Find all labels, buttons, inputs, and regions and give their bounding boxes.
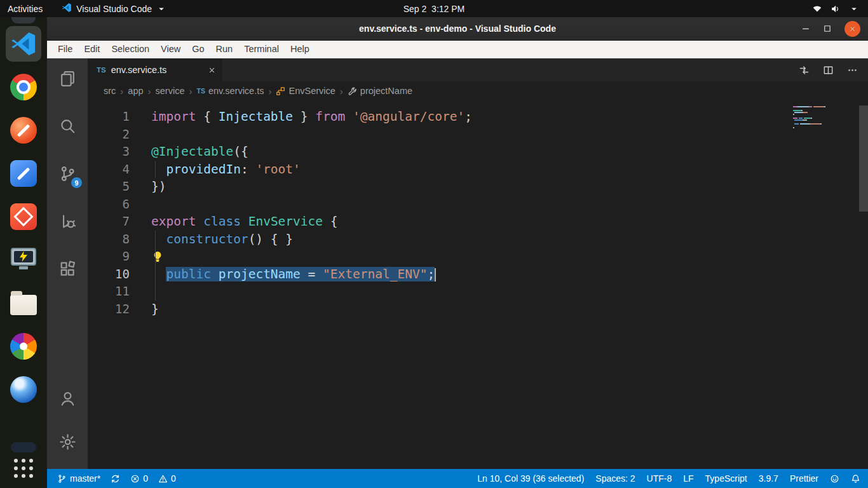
dock-item-orange-diamond[interactable] xyxy=(6,199,41,234)
system-top-bar: Activities Visual Studio Code Sep 2 3:12… xyxy=(0,0,868,17)
code-line-1[interactable]: 1import { Injectable } from '@angular/co… xyxy=(88,108,785,126)
show-applications-button[interactable] xyxy=(14,459,33,478)
orange-diamond-icon xyxy=(10,203,37,230)
menu-terminal[interactable]: Terminal xyxy=(238,41,285,58)
activity-source-control[interactable]: 9 xyxy=(52,158,83,189)
more-actions-icon[interactable] xyxy=(847,65,858,76)
status-bar: master*00 Ln 10, Col 39 (36 selected)Spa… xyxy=(47,469,868,488)
code-line-6[interactable]: 6 xyxy=(88,196,785,214)
caret-down-icon xyxy=(156,4,166,14)
editor-group: TS env.service.ts src›app›service›TSenv.… xyxy=(88,58,868,469)
pinwheel-icon xyxy=(10,333,37,360)
code-action-lightbulb[interactable] xyxy=(151,250,165,264)
files-icon xyxy=(10,291,37,315)
close-button[interactable] xyxy=(844,21,860,37)
menu-view[interactable]: View xyxy=(155,41,186,58)
code-line-4[interactable]: 4 providedIn: 'root' xyxy=(88,161,785,179)
menu-selection[interactable]: Selection xyxy=(105,41,155,58)
chrome-icon xyxy=(10,74,37,100)
breadcrumb-separator: › xyxy=(120,86,123,97)
clock[interactable]: Sep 2 3:12 PM xyxy=(403,4,465,14)
menu-file[interactable]: File xyxy=(52,41,78,58)
tab-env-service-ts[interactable]: TS env.service.ts xyxy=(88,58,222,81)
breadcrumb-projectname[interactable]: projectName xyxy=(348,86,412,96)
activity-extensions[interactable] xyxy=(52,253,83,285)
maximize-button[interactable] xyxy=(823,24,832,33)
activities-button[interactable]: Activities xyxy=(8,4,43,14)
menu-edit[interactable]: Edit xyxy=(78,41,105,58)
code-line-7[interactable]: 7export class EnvService { xyxy=(88,213,785,231)
indentation[interactable]: Spaces: 2 xyxy=(595,473,635,484)
window-title: env.service.ts - env-demo - Visual Studi… xyxy=(47,24,868,34)
dock-partial-app-bottom[interactable] xyxy=(11,442,36,452)
computer-icon xyxy=(9,245,38,274)
encoding[interactable]: UTF-8 xyxy=(647,473,672,484)
line-number: 12 xyxy=(88,301,130,318)
warnings-count[interactable]: 0 xyxy=(158,473,176,484)
breadcrumb-app[interactable]: app xyxy=(128,86,143,96)
code-line-11[interactable]: 11 xyxy=(88,283,785,301)
blue-globe-icon xyxy=(10,376,37,403)
minimize-button[interactable] xyxy=(801,24,810,33)
dock-partial-app[interactable] xyxy=(11,17,36,24)
blue-pencil-icon xyxy=(10,160,37,187)
code-line-10[interactable]: 10 public projectName = "External_ENV"; xyxy=(88,266,785,283)
code-line-8[interactable]: 8 constructor() { } xyxy=(88,231,785,248)
activity-explorer[interactable] xyxy=(52,62,83,94)
system-tray[interactable] xyxy=(812,4,868,14)
line-number: 11 xyxy=(88,283,130,301)
dock-item-chrome[interactable] xyxy=(6,69,41,105)
activity-search[interactable] xyxy=(52,110,83,142)
code-line-3[interactable]: 3@Injectable({ xyxy=(88,143,785,161)
menu-run[interactable]: Run xyxy=(210,41,239,58)
sync-changes-button[interactable] xyxy=(111,474,120,484)
cursor-position[interactable]: Ln 10, Col 39 (36 selected) xyxy=(477,473,584,484)
code-line-12[interactable]: 12} xyxy=(88,301,785,318)
open-changes-icon[interactable] xyxy=(799,65,810,76)
dock-item-blue-pencil[interactable] xyxy=(6,156,41,191)
code-line-5[interactable]: 5}) xyxy=(88,178,785,196)
breadcrumb-env-service-ts[interactable]: TSenv.service.ts xyxy=(196,86,264,96)
tab-label: env.service.ts xyxy=(111,65,167,75)
activity-account[interactable] xyxy=(52,383,83,414)
dock-item-files[interactable] xyxy=(6,285,41,321)
editor-scrollbar[interactable] xyxy=(859,105,868,212)
dock-item-pinwheel[interactable] xyxy=(6,329,41,364)
text-cursor xyxy=(435,268,436,281)
code-editor[interactable]: 1import { Injectable } from '@angular/co… xyxy=(88,100,868,469)
menu-go[interactable]: Go xyxy=(186,41,210,58)
breadcrumb-envservice[interactable]: EnvService xyxy=(276,86,335,96)
menu-help[interactable]: Help xyxy=(285,41,315,58)
vscode-window: env.service.ts - env-demo - Visual Studi… xyxy=(47,17,868,488)
formatter[interactable]: Prettier xyxy=(790,473,818,484)
vscode-icon xyxy=(10,30,37,57)
window-titlebar[interactable]: env.service.ts - env-demo - Visual Studi… xyxy=(47,17,868,41)
line-number: 8 xyxy=(88,231,130,248)
code-line-2[interactable]: 2 xyxy=(88,126,785,144)
tab-close-icon[interactable] xyxy=(208,66,216,74)
dock-item-blue-globe[interactable] xyxy=(6,372,41,407)
feedback[interactable] xyxy=(830,474,839,484)
dock-item-vscode[interactable] xyxy=(6,26,41,62)
line-number: 9 xyxy=(88,248,130,266)
minimap[interactable] xyxy=(793,106,832,129)
dock-item-computer[interactable] xyxy=(6,242,41,278)
breadcrumb-service[interactable]: service xyxy=(156,86,185,96)
git-branch-status[interactable]: master* xyxy=(57,473,100,484)
activity-settings-gear[interactable] xyxy=(52,426,83,458)
property-symbol-icon xyxy=(348,86,357,96)
app-menu[interactable]: Visual Studio Code xyxy=(62,3,166,15)
split-editor-icon[interactable] xyxy=(823,65,834,76)
dock-item-orange-pen[interactable] xyxy=(6,112,41,148)
workbench: 9 TS env.service.ts src›app›service›TSen… xyxy=(47,58,868,469)
eol-sequence[interactable]: LF xyxy=(683,473,693,484)
breadcrumb-separator: › xyxy=(340,86,343,97)
activity-run-debug[interactable] xyxy=(52,205,83,237)
scm-badge: 9 xyxy=(71,177,82,188)
notifications[interactable] xyxy=(851,474,860,484)
code-line-9[interactable]: 9 xyxy=(88,248,785,266)
typescript-version[interactable]: 3.9.7 xyxy=(759,473,778,484)
breadcrumb-src[interactable]: src xyxy=(104,86,116,96)
language-mode[interactable]: TypeScript xyxy=(705,473,747,484)
errors-count[interactable]: 0 xyxy=(130,473,148,484)
